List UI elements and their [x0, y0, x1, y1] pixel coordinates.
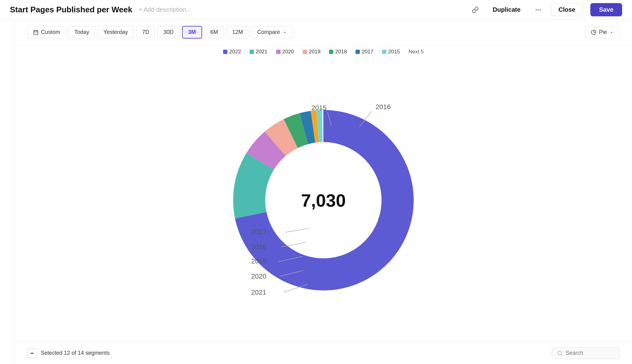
svg-point-2 — [539, 9, 541, 10]
label-2018: 2018 — [251, 243, 266, 251]
yesterday-filter-button[interactable]: Yesterday — [98, 26, 134, 38]
label-2016: 2016 — [376, 103, 391, 111]
compare-label: Compare — [257, 29, 280, 35]
legend-item-2022[interactable]: 2022 — [223, 49, 241, 55]
pie-label: Pie — [599, 29, 607, 35]
more-options-button[interactable] — [533, 5, 543, 15]
30d-filter-button[interactable]: 30D — [157, 26, 179, 38]
duplicate-button[interactable]: Duplicate — [488, 4, 526, 16]
legend-item-2019[interactable]: 2019 — [303, 49, 321, 55]
header-bar: Start Pages Published per Week + Add des… — [0, 0, 632, 20]
legend-dot-2022 — [223, 50, 227, 54]
segments-selector: Selected 12 of 14 segments — [27, 348, 110, 358]
legend-next-button[interactable]: Next 5 — [409, 49, 424, 55]
custom-label: Custom — [41, 29, 60, 35]
3m-filter-button[interactable]: 3M — [182, 26, 202, 39]
deselect-segment-button[interactable] — [27, 348, 37, 358]
bottom-bar: Selected 12 of 14 segments — [15, 342, 632, 364]
search-icon — [557, 350, 563, 356]
12m-label: 12M — [232, 29, 243, 35]
header-actions: Duplicate Close Save — [470, 3, 622, 16]
legend-item-2021[interactable]: 2021 — [250, 49, 268, 55]
today-label: Today — [74, 29, 89, 35]
legend-dot-2015 — [382, 50, 386, 54]
chart-panel: Custom Today Yesterday 7D 30D 3M — [15, 20, 632, 364]
chart-area: 2022 2021 2020 2019 2018 — [15, 59, 632, 342]
link-icon — [472, 6, 479, 13]
label-2015: 2015 — [311, 104, 326, 112]
label-2021: 2021 — [251, 288, 266, 296]
svg-point-0 — [536, 9, 537, 10]
label-2017: 2017 — [251, 228, 266, 236]
save-button[interactable]: Save — [590, 3, 622, 16]
search-input[interactable] — [566, 350, 606, 356]
compare-button[interactable]: Compare — [252, 26, 293, 38]
7d-label: 7D — [142, 29, 149, 35]
today-filter-button[interactable]: Today — [69, 26, 95, 38]
chart-center-value: 7,030 — [301, 190, 346, 211]
app-container: Start Pages Published per Week + Add des… — [0, 0, 632, 364]
main-content: Custom Today Yesterday 7D 30D 3M — [0, 20, 632, 364]
legend-dot-2017 — [356, 50, 360, 54]
12m-filter-button[interactable]: 12M — [227, 26, 249, 38]
svg-rect-3 — [34, 31, 38, 35]
pie-chart-type-button[interactable]: Pie — [585, 26, 620, 38]
6m-label: 6M — [210, 29, 218, 35]
legend-dot-2019 — [303, 50, 307, 54]
pie-chevron-icon — [609, 30, 614, 35]
pie-icon — [591, 30, 597, 35]
7d-filter-button[interactable]: 7D — [136, 26, 155, 38]
svg-point-1 — [538, 9, 539, 10]
legend-item-2018[interactable]: 2018 — [329, 49, 347, 55]
donut-chart: 2022 2021 2020 2019 2018 — [203, 80, 444, 321]
legend-item-2017[interactable]: 2017 — [356, 49, 373, 55]
chevron-down-icon — [283, 30, 287, 35]
3m-label: 3M — [188, 29, 196, 35]
left-sidebar — [0, 20, 15, 364]
chart-legend: 2022 2021 2020 2019 2018 — [15, 45, 632, 59]
legend-dot-2018 — [329, 50, 333, 54]
svg-line-27 — [561, 354, 562, 355]
add-description[interactable]: + Add description... — [139, 6, 191, 13]
link-icon-button[interactable] — [470, 5, 480, 15]
svg-rect-25 — [31, 353, 34, 354]
filter-bar: Custom Today Yesterday 7D 30D 3M — [15, 20, 632, 45]
more-icon — [535, 6, 542, 13]
label-2020: 2020 — [251, 272, 266, 280]
calendar-icon — [33, 30, 39, 35]
legend-dot-2020 — [276, 50, 281, 54]
minus-icon — [30, 351, 34, 355]
legend-item-2015[interactable]: 2015 — [382, 49, 400, 55]
segments-count: Selected 12 of 14 segments — [41, 350, 110, 356]
custom-filter-button[interactable]: Custom — [27, 26, 66, 38]
6m-filter-button[interactable]: 6M — [205, 26, 224, 38]
page-title: Start Pages Published per Week — [10, 5, 132, 14]
30d-label: 30D — [163, 29, 173, 35]
close-button[interactable]: Close — [551, 3, 583, 16]
legend-item-2020[interactable]: 2020 — [276, 49, 294, 55]
search-box — [552, 347, 620, 359]
legend-dot-2021 — [250, 50, 254, 54]
yesterday-label: Yesterday — [103, 29, 128, 35]
label-2019: 2019 — [251, 257, 266, 265]
